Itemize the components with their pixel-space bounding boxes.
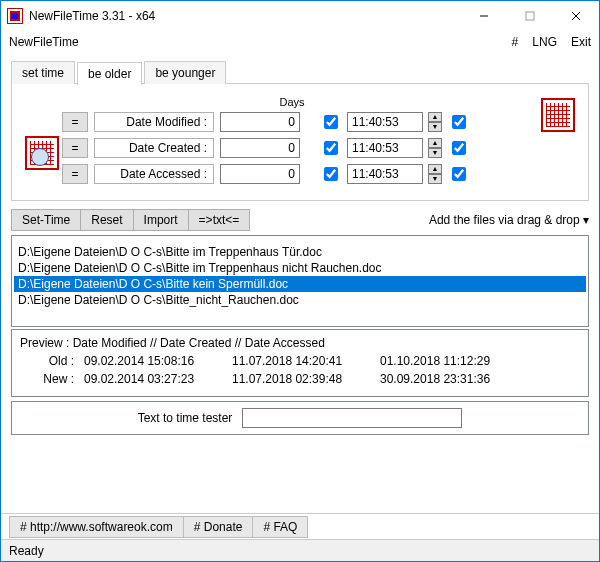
time-input-modified[interactable]: 11:40:53	[347, 112, 423, 132]
svg-rect-2	[12, 13, 18, 19]
menu-lng[interactable]: LNG	[532, 35, 557, 49]
label-accessed: Date Accessed :	[94, 164, 214, 184]
check-accessed-left[interactable]	[324, 167, 338, 181]
reset-button[interactable]: Reset	[80, 209, 133, 231]
eq-button-created[interactable]: =	[62, 138, 88, 158]
list-item[interactable]: D:\Eigene Dateien\D O C-s\Bitte im Trepp…	[14, 244, 586, 260]
row-accessed: = Date Accessed : 11:40:53 ▲▼	[62, 164, 538, 184]
tester-input[interactable]	[242, 408, 462, 428]
days-input-accessed[interactable]	[220, 164, 300, 184]
svg-rect-4	[526, 12, 534, 20]
time-spinner-created[interactable]: ▲▼	[428, 138, 442, 158]
site-link[interactable]: # http://www.softwareok.com	[9, 516, 184, 538]
new-modified: 09.02.2014 03:27:23	[84, 372, 224, 386]
grid-icon[interactable]	[541, 98, 575, 132]
eq-button-modified[interactable]: =	[62, 112, 88, 132]
old-label: Old :	[20, 354, 76, 368]
donate-link[interactable]: # Donate	[183, 516, 254, 538]
menu-exit[interactable]: Exit	[571, 35, 591, 49]
tab-be-older[interactable]: be older	[77, 62, 142, 85]
txt-button[interactable]: =>txt<=	[188, 209, 251, 231]
row-created: = Date Created : 11:40:53 ▲▼	[62, 138, 538, 158]
old-created: 11.07.2018 14:20:41	[232, 354, 372, 368]
check-modified-left[interactable]	[324, 115, 338, 129]
label-modified: Date Modified :	[94, 112, 214, 132]
row-modified: = Date Modified : 11:40:53 ▲▼	[62, 112, 538, 132]
app-icon	[7, 8, 23, 24]
check-created-right[interactable]	[452, 141, 466, 155]
time-spinner-accessed[interactable]: ▲▼	[428, 164, 442, 184]
new-label: New :	[20, 372, 76, 386]
window-buttons	[461, 1, 599, 31]
menu-hash[interactable]: #	[512, 35, 519, 49]
file-list[interactable]: D:\Eigene Dateien\D O C-s\Bitte im Trepp…	[11, 235, 589, 327]
faq-link[interactable]: # FAQ	[252, 516, 308, 538]
list-item[interactable]: D:\Eigene Dateien\D O C-s\Bitte im Trepp…	[14, 260, 586, 276]
status-bar: Ready	[1, 539, 599, 561]
tab-panel: Days = Date Modified : 11:40:53 ▲▼ =	[11, 83, 589, 201]
days-header: Days	[252, 96, 332, 108]
check-created-left[interactable]	[324, 141, 338, 155]
dragdrop-menu[interactable]: Add the files via drag & drop ▾	[429, 213, 589, 227]
set-time-button[interactable]: Set-Time	[11, 209, 81, 231]
import-button[interactable]: Import	[133, 209, 189, 231]
tester-label: Text to time tester	[138, 411, 233, 425]
bottom-bar: # http://www.softwareok.com # Donate # F…	[1, 513, 599, 539]
new-accessed: 30.09.2018 23:31:36	[380, 372, 520, 386]
time-input-accessed[interactable]: 11:40:53	[347, 164, 423, 184]
tabs: set time be older be younger	[11, 61, 589, 84]
time-input-created[interactable]: 11:40:53	[347, 138, 423, 158]
check-accessed-right[interactable]	[452, 167, 466, 181]
list-item[interactable]: D:\Eigene Dateien\D O C-s\Bitte kein Spe…	[14, 276, 586, 292]
tab-be-younger[interactable]: be younger	[144, 61, 226, 84]
new-created: 11.07.2018 02:39:48	[232, 372, 372, 386]
preview-header: Preview : Date Modified // Date Created …	[20, 336, 325, 350]
toolbar: Set-Time Reset Import =>txt<= Add the fi…	[11, 209, 589, 231]
status-text: Ready	[9, 544, 44, 558]
content-area: set time be older be younger Days = Date…	[1, 53, 599, 513]
list-item[interactable]: D:\Eigene Dateien\D O C-s\Bitte_nicht_Ra…	[14, 292, 586, 308]
clock-grid-icon[interactable]	[25, 136, 59, 170]
app-window: NewFileTime 3.31 - x64 NewFileTime # LNG…	[0, 0, 600, 562]
maximize-button[interactable]	[507, 1, 553, 31]
tester-panel: Text to time tester	[11, 401, 589, 435]
window-title: NewFileTime 3.31 - x64	[29, 9, 461, 23]
time-spinner-modified[interactable]: ▲▼	[428, 112, 442, 132]
minimize-button[interactable]	[461, 1, 507, 31]
menu-app[interactable]: NewFileTime	[9, 35, 79, 49]
eq-button-accessed[interactable]: =	[62, 164, 88, 184]
titlebar: NewFileTime 3.31 - x64	[1, 1, 599, 31]
check-modified-right[interactable]	[452, 115, 466, 129]
close-button[interactable]	[553, 1, 599, 31]
label-created: Date Created :	[94, 138, 214, 158]
menubar: NewFileTime # LNG Exit	[1, 31, 599, 53]
old-modified: 09.02.2014 15:08:16	[84, 354, 224, 368]
preview-panel: Preview : Date Modified // Date Created …	[11, 329, 589, 397]
days-input-created[interactable]	[220, 138, 300, 158]
days-input-modified[interactable]	[220, 112, 300, 132]
old-accessed: 01.10.2018 11:12:29	[380, 354, 520, 368]
tab-set-time[interactable]: set time	[11, 61, 75, 84]
